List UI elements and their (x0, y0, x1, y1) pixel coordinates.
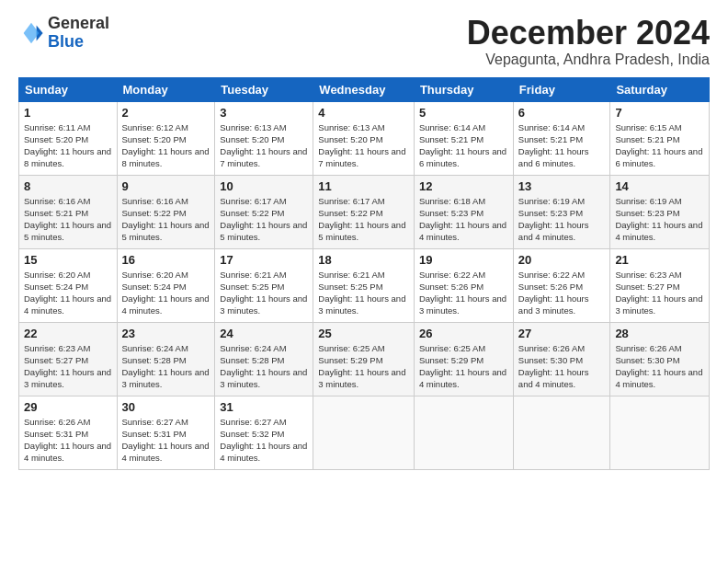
header-saturday: Saturday (610, 77, 710, 101)
day-detail: Sunrise: 6:21 AM Sunset: 5:25 PM Dayligh… (220, 269, 308, 317)
day-detail: Sunrise: 6:17 AM Sunset: 5:22 PM Dayligh… (220, 195, 308, 244)
day-detail: Sunrise: 6:25 AM Sunset: 5:29 PM Dayligh… (419, 342, 508, 391)
calendar-cell: 26 Sunrise: 6:25 AM Sunset: 5:29 PM Dayl… (414, 322, 513, 396)
day-detail: Sunrise: 6:27 AM Sunset: 5:31 PM Dayligh… (122, 416, 210, 465)
calendar-cell: 20 Sunrise: 6:22 AM Sunset: 5:26 PM Dayl… (513, 248, 610, 322)
day-number: 19 (419, 253, 508, 267)
day-number: 21 (615, 253, 704, 267)
day-number: 17 (220, 253, 308, 267)
calendar-cell: 9 Sunrise: 6:16 AM Sunset: 5:22 PM Dayli… (117, 175, 215, 248)
header-sunday: Sunday (19, 77, 118, 101)
calendar-cell: 25 Sunrise: 6:25 AM Sunset: 5:29 PM Dayl… (313, 322, 415, 396)
calendar-cell: 6 Sunrise: 6:14 AM Sunset: 5:21 PM Dayli… (513, 101, 610, 175)
day-number: 28 (615, 327, 704, 340)
calendar-cell: 21 Sunrise: 6:23 AM Sunset: 5:27 PM Dayl… (610, 248, 710, 322)
day-number: 4 (318, 106, 409, 120)
day-detail: Sunrise: 6:20 AM Sunset: 5:24 PM Dayligh… (122, 269, 210, 317)
calendar-cell: 1 Sunrise: 6:11 AM Sunset: 5:20 PM Dayli… (19, 101, 118, 175)
day-number: 8 (24, 179, 112, 193)
day-number: 11 (318, 179, 409, 193)
calendar-cell: 5 Sunrise: 6:14 AM Sunset: 5:21 PM Dayli… (414, 101, 513, 175)
calendar-cell (414, 396, 513, 469)
calendar-cell: 12 Sunrise: 6:18 AM Sunset: 5:23 PM Dayl… (414, 175, 513, 248)
day-number: 2 (122, 106, 210, 120)
calendar-cell: 2 Sunrise: 6:12 AM Sunset: 5:20 PM Dayli… (117, 101, 215, 175)
day-detail: Sunrise: 6:26 AM Sunset: 5:30 PM Dayligh… (615, 342, 704, 391)
location: Vepagunta, Andhra Pradesh, India (467, 52, 710, 68)
week-row-3: 15 Sunrise: 6:20 AM Sunset: 5:24 PM Dayl… (19, 248, 710, 322)
logo-blue: Blue (48, 32, 84, 51)
week-row-4: 22 Sunrise: 6:23 AM Sunset: 5:27 PM Dayl… (19, 322, 710, 396)
day-detail: Sunrise: 6:13 AM Sunset: 5:20 PM Dayligh… (318, 121, 409, 170)
day-number: 26 (419, 327, 508, 340)
calendar-cell: 10 Sunrise: 6:17 AM Sunset: 5:22 PM Dayl… (215, 175, 313, 248)
week-row-1: 1 Sunrise: 6:11 AM Sunset: 5:20 PM Dayli… (19, 101, 710, 175)
day-detail: Sunrise: 6:24 AM Sunset: 5:28 PM Dayligh… (220, 342, 308, 391)
day-number: 15 (24, 253, 112, 267)
calendar-cell: 14 Sunrise: 6:19 AM Sunset: 5:23 PM Dayl… (610, 175, 710, 248)
day-number: 1 (24, 106, 112, 120)
day-number: 27 (518, 327, 606, 340)
header-wednesday: Wednesday (313, 77, 415, 101)
day-number: 29 (24, 400, 112, 414)
calendar-cell (610, 396, 710, 469)
day-detail: Sunrise: 6:12 AM Sunset: 5:20 PM Dayligh… (122, 121, 210, 170)
day-number: 30 (122, 400, 210, 414)
day-detail: Sunrise: 6:19 AM Sunset: 5:23 PM Dayligh… (518, 195, 606, 244)
day-number: 16 (122, 253, 210, 267)
day-detail: Sunrise: 6:26 AM Sunset: 5:30 PM Dayligh… (518, 342, 606, 391)
day-detail: Sunrise: 6:21 AM Sunset: 5:25 PM Dayligh… (318, 269, 409, 317)
logo: General Blue (18, 15, 109, 52)
day-number: 14 (615, 179, 704, 193)
day-number: 22 (24, 327, 112, 340)
day-number: 3 (220, 106, 308, 120)
title-block: December 2024 Vepagunta, Andhra Pradesh,… (467, 15, 710, 68)
header-friday: Friday (513, 77, 610, 101)
calendar-cell: 7 Sunrise: 6:15 AM Sunset: 5:21 PM Dayli… (610, 101, 710, 175)
calendar-cell: 13 Sunrise: 6:19 AM Sunset: 5:23 PM Dayl… (513, 175, 610, 248)
day-detail: Sunrise: 6:15 AM Sunset: 5:21 PM Dayligh… (615, 121, 704, 170)
header: General Blue December 2024 Vepagunta, An… (18, 15, 710, 68)
calendar-cell: 16 Sunrise: 6:20 AM Sunset: 5:24 PM Dayl… (117, 248, 215, 322)
logo-general: General (48, 14, 109, 32)
day-detail: Sunrise: 6:18 AM Sunset: 5:23 PM Dayligh… (419, 195, 508, 244)
day-number: 23 (122, 327, 210, 340)
day-detail: Sunrise: 6:16 AM Sunset: 5:21 PM Dayligh… (24, 195, 112, 244)
calendar-cell: 17 Sunrise: 6:21 AM Sunset: 5:25 PM Dayl… (215, 248, 313, 322)
calendar-cell: 11 Sunrise: 6:17 AM Sunset: 5:22 PM Dayl… (313, 175, 415, 248)
day-number: 24 (220, 327, 308, 340)
month-title: December 2024 (467, 15, 710, 52)
calendar-cell: 22 Sunrise: 6:23 AM Sunset: 5:27 PM Dayl… (19, 322, 118, 396)
calendar-cell: 4 Sunrise: 6:13 AM Sunset: 5:20 PM Dayli… (313, 101, 415, 175)
calendar-cell: 19 Sunrise: 6:22 AM Sunset: 5:26 PM Dayl… (414, 248, 513, 322)
calendar-cell (313, 396, 415, 469)
day-detail: Sunrise: 6:23 AM Sunset: 5:27 PM Dayligh… (615, 269, 704, 317)
header-monday: Monday (117, 77, 215, 101)
day-detail: Sunrise: 6:25 AM Sunset: 5:29 PM Dayligh… (318, 342, 409, 391)
calendar-table: Sunday Monday Tuesday Wednesday Thursday… (18, 77, 710, 470)
day-detail: Sunrise: 6:11 AM Sunset: 5:20 PM Dayligh… (24, 121, 112, 170)
day-detail: Sunrise: 6:20 AM Sunset: 5:24 PM Dayligh… (24, 269, 112, 317)
calendar-cell: 15 Sunrise: 6:20 AM Sunset: 5:24 PM Dayl… (19, 248, 118, 322)
day-number: 25 (318, 327, 409, 340)
logo-icon (18, 20, 44, 46)
day-detail: Sunrise: 6:14 AM Sunset: 5:21 PM Dayligh… (518, 121, 606, 170)
day-detail: Sunrise: 6:22 AM Sunset: 5:26 PM Dayligh… (518, 269, 606, 317)
calendar-cell: 18 Sunrise: 6:21 AM Sunset: 5:25 PM Dayl… (313, 248, 415, 322)
day-number: 20 (518, 253, 606, 267)
day-number: 5 (419, 106, 508, 120)
calendar-cell: 28 Sunrise: 6:26 AM Sunset: 5:30 PM Dayl… (610, 322, 710, 396)
day-detail: Sunrise: 6:26 AM Sunset: 5:31 PM Dayligh… (24, 416, 112, 465)
day-detail: Sunrise: 6:22 AM Sunset: 5:26 PM Dayligh… (419, 269, 508, 317)
calendar-cell: 8 Sunrise: 6:16 AM Sunset: 5:21 PM Dayli… (19, 175, 118, 248)
day-detail: Sunrise: 6:14 AM Sunset: 5:21 PM Dayligh… (419, 121, 508, 170)
day-number: 9 (122, 179, 210, 193)
day-number: 10 (220, 179, 308, 193)
header-thursday: Thursday (414, 77, 513, 101)
day-number: 7 (615, 106, 704, 120)
logo-text: General Blue (48, 15, 109, 52)
calendar-header-row: Sunday Monday Tuesday Wednesday Thursday… (19, 77, 710, 101)
day-detail: Sunrise: 6:16 AM Sunset: 5:22 PM Dayligh… (122, 195, 210, 244)
day-detail: Sunrise: 6:23 AM Sunset: 5:27 PM Dayligh… (24, 342, 112, 391)
calendar-cell: 3 Sunrise: 6:13 AM Sunset: 5:20 PM Dayli… (215, 101, 313, 175)
